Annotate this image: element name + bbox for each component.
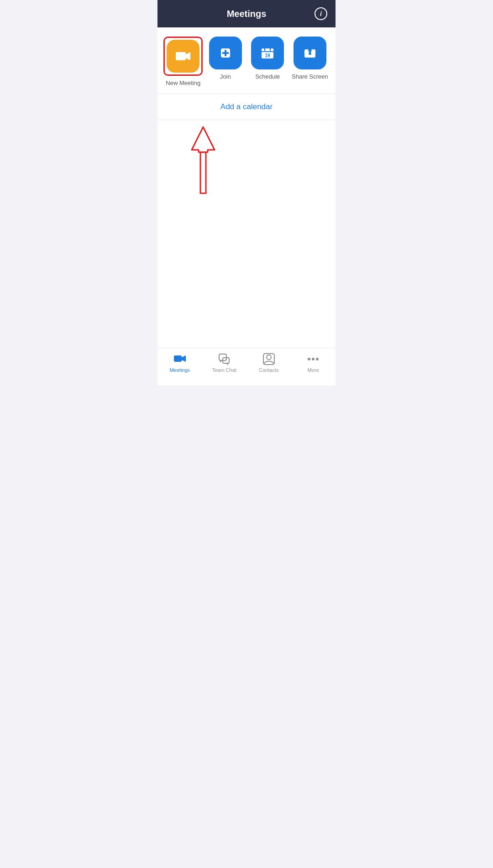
red-arrow-annotation	[185, 125, 221, 198]
svg-rect-13	[200, 152, 206, 193]
new-meeting-highlight	[163, 37, 203, 76]
person-nav-icon	[263, 353, 275, 365]
annotation-area	[157, 120, 336, 202]
calendar-section: Add a calendar	[157, 94, 336, 120]
team-chat-nav-icon	[218, 353, 231, 365]
svg-point-22	[312, 358, 315, 360]
join-label: Join	[220, 73, 231, 80]
chat-nav-icon	[218, 353, 230, 365]
video-camera-icon	[175, 48, 191, 64]
svg-text:19: 19	[265, 53, 271, 58]
dots-nav-icon	[307, 356, 319, 362]
more-nav-icon	[307, 353, 320, 365]
info-button[interactable]: i	[315, 7, 327, 20]
contacts-nav-icon	[262, 353, 275, 365]
more-nav-label: More	[308, 367, 319, 373]
nav-item-meetings[interactable]: Meetings	[157, 353, 202, 373]
svg-marker-1	[186, 52, 190, 60]
main-content	[157, 202, 336, 348]
new-meeting-label: New Meeting	[166, 79, 200, 86]
new-meeting-icon-wrap	[167, 40, 199, 73]
svg-rect-15	[174, 355, 182, 362]
schedule-action[interactable]: 19 Schedule	[249, 37, 286, 80]
svg-marker-14	[192, 127, 215, 152]
schedule-icon-wrap: 19	[251, 37, 284, 69]
svg-marker-16	[182, 355, 186, 362]
new-meeting-action[interactable]: New Meeting	[165, 37, 201, 86]
svg-point-19	[267, 355, 271, 360]
join-icon-wrap	[209, 37, 242, 69]
add-calendar-link[interactable]: Add a calendar	[220, 102, 273, 111]
app-header: Meetings i	[157, 0, 336, 27]
svg-rect-0	[176, 52, 186, 60]
meetings-nav-icon	[173, 353, 186, 365]
calendar-icon: 19	[259, 45, 276, 61]
svg-point-23	[316, 358, 319, 360]
nav-item-contacts[interactable]: Contacts	[246, 353, 291, 373]
nav-item-team-chat[interactable]: Team Chat	[202, 353, 247, 373]
upload-icon	[302, 45, 318, 61]
actions-section: New Meeting Join 19 Schedule	[157, 27, 336, 94]
meetings-nav-label: Meetings	[169, 367, 190, 373]
nav-item-more[interactable]: More	[291, 353, 336, 373]
svg-rect-4	[222, 52, 229, 54]
svg-point-21	[308, 358, 310, 360]
join-action[interactable]: Join	[207, 37, 244, 80]
info-icon: i	[320, 10, 322, 17]
team-chat-nav-label: Team Chat	[212, 367, 236, 373]
share-screen-action[interactable]: Share Screen	[292, 37, 328, 80]
video-nav-icon	[173, 354, 186, 364]
bottom-navigation: Meetings Team Chat Contacts	[157, 348, 336, 386]
share-screen-label: Share Screen	[292, 73, 328, 80]
svg-rect-7	[262, 51, 273, 52]
plus-icon	[217, 45, 234, 61]
page-title: Meetings	[227, 9, 267, 19]
schedule-label: Schedule	[255, 73, 280, 80]
share-screen-icon-wrap	[294, 37, 326, 69]
contacts-nav-label: Contacts	[259, 367, 278, 373]
